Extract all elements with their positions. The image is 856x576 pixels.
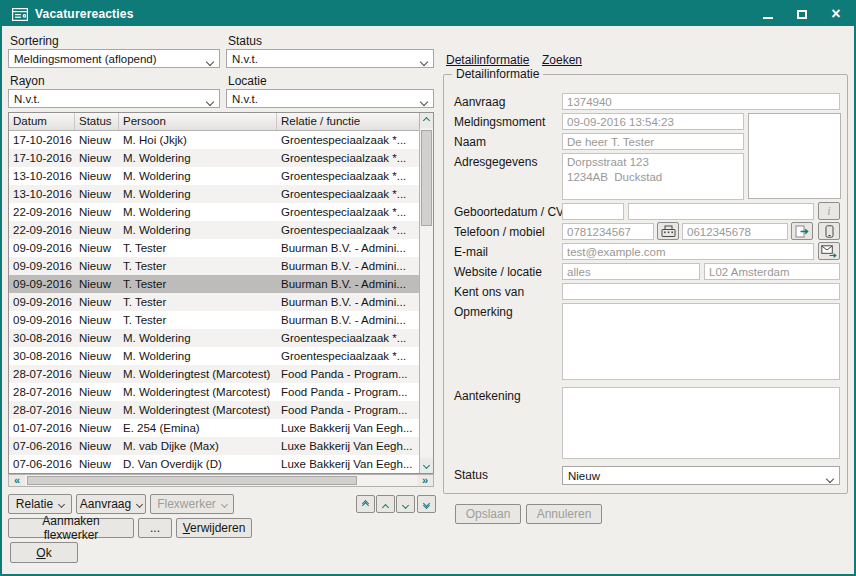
tab-zoeken[interactable]: Zoeken [542, 53, 582, 67]
table-row[interactable]: 09-09-2016NieuwT. TesterBuurman B.V. - A… [9, 275, 419, 293]
opmerking-label: Opmerking [454, 305, 513, 319]
scroll-right-button[interactable]: » [417, 475, 433, 486]
scroll-left-button[interactable]: « [9, 475, 25, 486]
mobile-icon [825, 225, 834, 238]
close-button[interactable]: × [828, 6, 844, 22]
double-chevron-up-icon [363, 501, 368, 508]
annuleren-button[interactable]: Annuleren [526, 504, 602, 524]
results-table-main: Datum Status Persoon Relatie / functie 1… [9, 113, 419, 473]
double-chevron-down-icon [424, 501, 429, 508]
aanvraag-input[interactable] [562, 93, 840, 110]
verwijderen-button[interactable]: Verwijderen [176, 518, 252, 538]
table-row[interactable]: 30-08-2016NieuwM. WolderingGroentespecia… [9, 347, 419, 365]
chevron-down-icon [222, 496, 227, 510]
call-phone-button[interactable] [657, 222, 679, 240]
table-row[interactable]: 17-10-2016NieuwM. WolderingGroentespecia… [9, 149, 419, 167]
table-cell-persoon: M. Wolderingtest (Marcotest) [119, 383, 277, 401]
horizontal-scrollbar[interactable]: « » [8, 474, 434, 487]
table-cell-relatie-functie: Groentespeciaalzaak *... [277, 185, 419, 203]
table-row[interactable]: 09-09-2016NieuwT. TesterBuurman B.V. - A… [9, 293, 419, 311]
table-cell-persoon: M. Woldering [119, 185, 277, 203]
table-row[interactable]: 30-08-2016NieuwM. WolderingGroentespecia… [9, 329, 419, 347]
naam-input[interactable] [562, 133, 744, 150]
aantekening-label: Aantekening [454, 389, 521, 403]
aanvraag-button[interactable]: Aanvraag [76, 494, 146, 514]
last-record-button[interactable] [417, 495, 436, 513]
adresgegevens-textarea[interactable]: Dorpsstraat 123 1234AB Duckstad [562, 153, 744, 200]
email-label: E-mail [454, 245, 488, 259]
table-row[interactable]: 22-09-2016NieuwM. WolderingGroentespecia… [9, 221, 419, 239]
table-cell-persoon: M. Woldering [119, 167, 277, 185]
table-row[interactable]: 07-06-2016NieuwM. vab Dijke (Max)Luxe Ba… [9, 437, 419, 455]
first-record-button[interactable] [356, 495, 375, 513]
opslaan-button[interactable]: Opslaan [455, 504, 521, 524]
titlebar[interactable]: Vacaturereacties × [2, 2, 854, 26]
table-row[interactable]: 28-07-2016NieuwM. Wolderingtest (Marcote… [9, 365, 419, 383]
flexwerker-button[interactable]: Flexwerker [150, 494, 234, 514]
scroll-up-button[interactable] [420, 113, 433, 128]
table-row[interactable]: 09-09-2016NieuwT. TesterBuurman B.V. - A… [9, 311, 419, 329]
kent-ons-van-input[interactable] [562, 283, 840, 300]
table-row[interactable]: 01-07-2016NieuwE. 254 (Emina)Luxe Bakker… [9, 419, 419, 437]
info-button[interactable]: i [818, 202, 840, 220]
website-input[interactable] [562, 263, 700, 280]
locatie-input[interactable] [704, 263, 840, 280]
table-cell-status: Nieuw [75, 437, 119, 455]
chevron-down-icon [421, 95, 427, 107]
dial-button[interactable] [791, 222, 813, 240]
table-row[interactable]: 07-06-2016NieuwD. Van Overdijk (D)Luxe B… [9, 455, 419, 473]
minimize-button[interactable] [760, 6, 776, 22]
table-row[interactable]: 28-07-2016NieuwM. Wolderingtest (Marcote… [9, 401, 419, 419]
table-row[interactable]: 22-09-2016NieuwM. WolderingGroentespecia… [9, 203, 419, 221]
rayon-select[interactable]: N.v.t. [8, 89, 220, 108]
table-row[interactable]: 13-10-2016NieuwM. WolderingGroentespecia… [9, 185, 419, 203]
table-cell-datum: 17-10-2016 [9, 149, 75, 167]
table-cell-relatie-functie: Buurman B.V. - Admini... [277, 239, 419, 257]
status-select[interactable]: N.v.t. [226, 49, 434, 68]
tab-detailinformatie[interactable]: Detailinformatie [446, 53, 529, 67]
table-cell-status: Nieuw [75, 455, 119, 473]
ok-button[interactable]: Ok [10, 542, 78, 563]
send-email-button[interactable] [818, 242, 840, 260]
column-header-status[interactable]: Status [75, 113, 119, 130]
vertical-scrollbar-track[interactable] [420, 128, 433, 458]
telefoon-input[interactable] [562, 223, 654, 240]
table-row[interactable]: 09-09-2016NieuwT. TesterBuurman B.V. - A… [9, 257, 419, 275]
locatie-select[interactable]: N.v.t. [226, 89, 434, 108]
table-cell-relatie-functie: Buurman B.V. - Admini... [277, 311, 419, 329]
sortering-select[interactable]: Meldingsmoment (aflopend) [8, 49, 220, 68]
scroll-down-button[interactable] [420, 458, 433, 473]
aanmaken-flexwerker-button[interactable]: Aanmaken flexwerker [8, 518, 134, 538]
previous-record-button[interactable] [376, 495, 395, 513]
table-row[interactable]: 17-10-2016NieuwM. Hoi (Jkjk)Groentespeci… [9, 131, 419, 149]
aantekening-textarea[interactable] [562, 387, 840, 459]
next-record-button[interactable] [396, 495, 415, 513]
scrollbar-thumb[interactable] [421, 130, 432, 226]
photo-placeholder [748, 113, 841, 199]
relatie-button[interactable]: Relatie [8, 494, 72, 514]
aanvraag-label: Aanvraag [454, 95, 505, 109]
table-row[interactable]: 13-10-2016NieuwM. WolderingGroentespecia… [9, 167, 419, 185]
rayon-value: N.v.t. [14, 93, 40, 105]
cv-input[interactable] [628, 203, 814, 220]
call-mobile-button[interactable] [818, 222, 840, 240]
email-input[interactable] [562, 243, 814, 260]
geboortedatum-input[interactable] [562, 203, 624, 220]
table-row[interactable]: 28-07-2016NieuwM. Wolderingtest (Marcote… [9, 383, 419, 401]
opmerking-textarea[interactable] [562, 303, 840, 380]
scrollbar-thumb[interactable] [27, 476, 357, 485]
more-options-button[interactable]: ... [138, 518, 172, 538]
mobiel-input[interactable] [682, 223, 788, 240]
column-header-datum[interactable]: Datum [9, 113, 75, 130]
app-icon [12, 8, 28, 21]
status-detail-select[interactable]: Nieuw [562, 466, 840, 485]
horizontal-scrollbar-track[interactable] [25, 475, 417, 486]
vertical-scrollbar[interactable] [419, 113, 433, 473]
maximize-button[interactable] [794, 6, 810, 22]
column-header-relatie-functie[interactable]: Relatie / functie [277, 113, 419, 130]
table-cell-status: Nieuw [75, 311, 119, 329]
table-row[interactable]: 09-09-2016NieuwT. TesterBuurman B.V. - A… [9, 239, 419, 257]
meldingsmoment-input[interactable] [562, 113, 744, 130]
column-header-persoon[interactable]: Persoon [119, 113, 277, 130]
table-cell-datum: 28-07-2016 [9, 365, 75, 383]
